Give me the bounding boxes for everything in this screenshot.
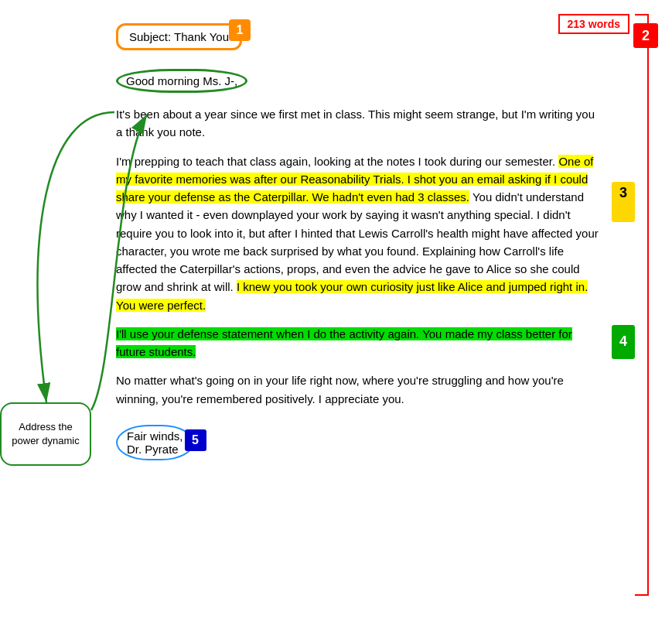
sign-off-line1: Fair winds, — [127, 429, 183, 443]
badge-2: 2 — [633, 23, 658, 48]
badge-5: 5 — [185, 429, 206, 451]
badge-4: 4 — [612, 325, 635, 359]
annotation-text: Address the power dynamic — [6, 420, 85, 448]
email-content: Subject: Thank You 1 Good morning Ms. J-… — [116, 15, 626, 460]
greeting-text: Good morning Ms. J-, — [126, 74, 237, 87]
paragraph-3-container: I'll use your defense statement when I d… — [116, 325, 602, 361]
subject-text: Subject: Thank You — [129, 30, 229, 43]
subject-box: Subject: Thank You 1 — [116, 23, 242, 50]
sign-off-box: Fair winds, Dr. Pyrate — [116, 425, 194, 460]
highlight-green-1: I'll use your defense statement when I d… — [116, 327, 572, 358]
greeting-container: Good morning Ms. J-, — [116, 69, 247, 93]
paragraph-2: I'm prepping to teach that class again, … — [116, 152, 602, 314]
paragraph-3: I'll use your defense statement when I d… — [116, 325, 602, 361]
badge-1: 1 — [229, 19, 251, 41]
paragraph-1: It's been about a year since we first me… — [116, 105, 602, 142]
right-bracket: 2 — [635, 14, 649, 596]
paragraph-4: No matter what's going on in your life r… — [116, 371, 602, 408]
badge-3: 3 — [612, 182, 635, 222]
sign-off-container: Fair winds, Dr. Pyrate 5 — [116, 425, 194, 460]
sign-off-line2: Dr. Pyrate — [127, 443, 183, 456]
greeting-box: Good morning Ms. J-, — [116, 69, 247, 93]
paragraph-2-container: I'm prepping to teach that class again, … — [116, 152, 602, 314]
annotation-bubble: Address the power dynamic — [0, 402, 91, 466]
